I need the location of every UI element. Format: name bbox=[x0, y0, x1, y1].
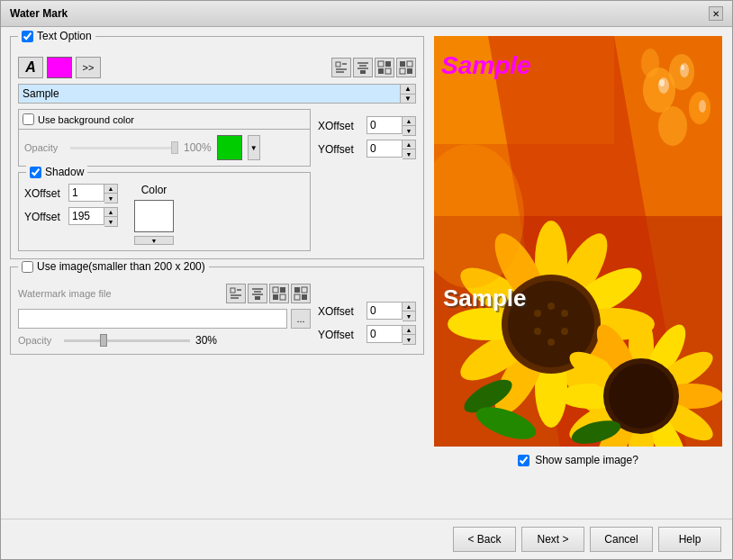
shadow-xoffset-input[interactable] bbox=[68, 184, 104, 202]
image-option-group: Use image(smaller than 200 x 200) Waterm… bbox=[10, 266, 424, 355]
img-xoffset-input[interactable] bbox=[366, 302, 403, 320]
preview-sample-top: Sample bbox=[441, 51, 531, 79]
show-sample-label: Show sample image? bbox=[535, 454, 638, 466]
svg-point-84 bbox=[699, 100, 706, 113]
svg-point-58 bbox=[561, 328, 568, 335]
img-opacity-label: Opacity bbox=[18, 335, 59, 346]
font-button[interactable]: A bbox=[18, 57, 43, 78]
text-xoffset-up[interactable]: ▲ bbox=[403, 117, 415, 126]
svg-rect-10 bbox=[378, 68, 384, 74]
cancel-button-label: Cancel bbox=[604, 533, 638, 546]
more-button-label: >> bbox=[83, 62, 95, 73]
shadow-yoffset-up[interactable]: ▲ bbox=[104, 208, 117, 217]
preview-sample-middle: Sample bbox=[443, 285, 527, 312]
image-option-checkbox[interactable] bbox=[22, 261, 33, 273]
img-xoffset-up[interactable]: ▲ bbox=[403, 303, 415, 312]
shadow-color-dropdown[interactable]: ▼ bbox=[134, 236, 174, 245]
text-option-legend: Text Option bbox=[18, 30, 95, 42]
svg-point-75 bbox=[609, 364, 674, 429]
title-bar: Water Mark ✕ bbox=[1, 1, 732, 27]
svg-rect-24 bbox=[273, 287, 278, 293]
watermark-file-input[interactable] bbox=[18, 309, 287, 329]
svg-rect-30 bbox=[294, 294, 300, 300]
font-button-label: A bbox=[25, 59, 36, 76]
bg-color-checkbox[interactable] bbox=[23, 113, 34, 125]
main-content: Text Option A >> bbox=[1, 27, 732, 519]
shadow-xoffset-down[interactable]: ▼ bbox=[104, 194, 117, 203]
img-opacity-slider[interactable] bbox=[64, 339, 190, 342]
shadow-yoffset-label: YOffset bbox=[24, 211, 65, 223]
text-option-checkbox[interactable] bbox=[22, 31, 33, 42]
img-align-icon-1[interactable] bbox=[226, 284, 246, 303]
image-align-icons bbox=[226, 284, 311, 303]
bg-color-swatch[interactable] bbox=[217, 135, 242, 160]
show-sample-checkbox[interactable] bbox=[518, 455, 529, 466]
img-yoffset-up[interactable]: ▲ bbox=[403, 326, 415, 335]
align-icon-3[interactable] bbox=[375, 58, 394, 77]
image-offsets: XOffset ▲ ▼ YOffset bbox=[318, 302, 416, 347]
shadow-yoffset-down[interactable]: ▼ bbox=[104, 217, 117, 226]
watermark-text-input[interactable] bbox=[18, 84, 401, 104]
text-xoffset-down[interactable]: ▼ bbox=[403, 126, 415, 135]
img-align-icon-3[interactable] bbox=[269, 284, 289, 303]
shadow-yoffset-input[interactable] bbox=[68, 207, 104, 225]
svg-rect-15 bbox=[407, 68, 412, 74]
shadow-checkbox[interactable] bbox=[30, 167, 41, 178]
svg-rect-14 bbox=[400, 68, 405, 74]
svg-rect-12 bbox=[400, 61, 405, 67]
font-color-swatch[interactable] bbox=[47, 57, 72, 78]
img-yoffset-down[interactable]: ▼ bbox=[403, 335, 415, 344]
help-button-label: Help bbox=[679, 533, 701, 546]
back-button[interactable]: < Back bbox=[453, 527, 516, 552]
text-xoffset-input[interactable] bbox=[366, 116, 403, 134]
align-icon-4[interactable] bbox=[396, 58, 416, 77]
next-button[interactable]: Next > bbox=[521, 527, 584, 552]
text-scroll-up[interactable]: ▲ bbox=[401, 85, 415, 95]
bg-color-dropdown[interactable]: ▼ bbox=[248, 135, 260, 160]
img-align-icon-2[interactable] bbox=[248, 284, 267, 303]
preview-svg: Sample Sample Sample bbox=[434, 36, 722, 447]
bg-color-label: Use background color bbox=[38, 114, 134, 125]
text-yoffset-down[interactable]: ▼ bbox=[403, 149, 415, 158]
svg-rect-11 bbox=[385, 68, 391, 74]
cancel-button[interactable]: Cancel bbox=[590, 527, 653, 552]
shadow-group: Shadow XOffset bbox=[18, 172, 311, 251]
svg-point-60 bbox=[534, 328, 541, 335]
img-xoffset-down[interactable]: ▼ bbox=[403, 312, 415, 321]
image-option-label: Use image(smaller than 200 x 200) bbox=[37, 260, 205, 273]
close-button[interactable]: ✕ bbox=[709, 6, 723, 21]
footer: < Back Next > Cancel Help bbox=[1, 519, 732, 559]
shadow-xoffset-up[interactable]: ▲ bbox=[104, 185, 117, 194]
browse-button[interactable]: ... bbox=[291, 309, 311, 329]
svg-rect-25 bbox=[280, 287, 285, 293]
svg-point-81 bbox=[659, 79, 665, 86]
align-icon-1[interactable] bbox=[331, 58, 351, 77]
browse-button-label: ... bbox=[296, 313, 304, 324]
shadow-label: Shadow bbox=[45, 166, 84, 178]
help-button[interactable]: Help bbox=[658, 527, 721, 552]
opacity-value: 100% bbox=[184, 141, 212, 154]
svg-point-61 bbox=[534, 310, 541, 317]
more-button[interactable]: >> bbox=[76, 57, 101, 78]
svg-rect-9 bbox=[385, 61, 391, 67]
img-align-icon-4[interactable] bbox=[291, 284, 311, 303]
text-scroll-down[interactable]: ▼ bbox=[401, 95, 415, 104]
svg-point-83 bbox=[681, 65, 684, 70]
window: Water Mark ✕ Text Option A bbox=[0, 0, 733, 560]
text-yoffset-input[interactable] bbox=[366, 140, 403, 158]
svg-point-59 bbox=[547, 339, 555, 346]
window-title: Water Mark bbox=[10, 7, 68, 20]
text-yoffset-up[interactable]: ▲ bbox=[403, 140, 415, 149]
align-icon-2[interactable] bbox=[353, 58, 373, 77]
img-opacity-value: 30% bbox=[195, 334, 217, 347]
text-yoffset-label: YOffset bbox=[318, 143, 363, 156]
svg-rect-26 bbox=[273, 294, 278, 300]
text-option-label: Text Option bbox=[37, 30, 92, 42]
img-yoffset-input[interactable] bbox=[366, 325, 403, 343]
opacity-slider[interactable] bbox=[70, 147, 178, 149]
svg-point-56 bbox=[547, 303, 555, 310]
svg-rect-7 bbox=[360, 70, 366, 74]
svg-rect-28 bbox=[294, 287, 300, 293]
shadow-color-swatch[interactable] bbox=[134, 200, 174, 232]
svg-rect-16 bbox=[231, 288, 235, 293]
